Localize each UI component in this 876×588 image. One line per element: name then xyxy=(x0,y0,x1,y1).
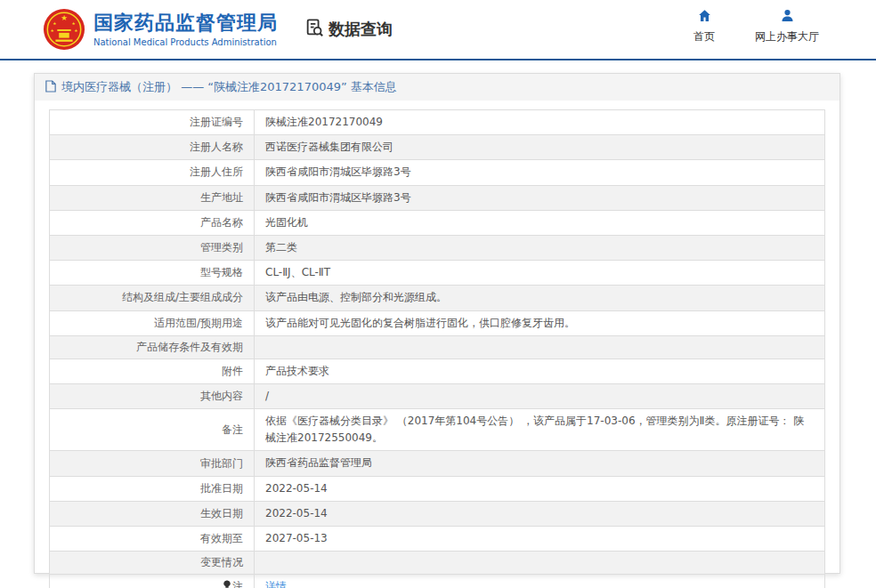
field-label: 适用范围/预期用途 xyxy=(50,310,255,335)
svg-text:★: ★ xyxy=(61,13,68,22)
table-row: 有效期至2027-05-13 xyxy=(50,527,825,552)
table-row: 生效日期2022-05-14 xyxy=(50,501,825,526)
table-row: 注册人名称西诺医疗器械集团有限公司 xyxy=(50,135,825,160)
field-label: 注 xyxy=(50,575,255,588)
field-label: 生产地址 xyxy=(50,185,255,210)
content-panel: 境内医疗器械（注册） —— “陕械注准20172170049” 基本信息 注册证… xyxy=(34,73,840,574)
field-label: 有效期至 xyxy=(50,527,255,552)
field-value: 第二类 xyxy=(255,235,825,260)
registration-info-table: 注册证编号陕械注准20172170049注册人名称西诺医疗器械集团有限公司注册人… xyxy=(49,109,825,588)
field-value: 陕械注准20172170049 xyxy=(255,110,825,135)
data-query-icon xyxy=(304,18,324,41)
field-value: 光固化机 xyxy=(255,210,825,235)
field-label: 产品名称 xyxy=(50,210,255,235)
field-label: 备注 xyxy=(50,409,255,451)
breadcrumb: 境内医疗器械（注册） —— “陕械注准20172170049” 基本信息 xyxy=(35,74,840,101)
home-icon xyxy=(697,8,712,26)
svg-text:★: ★ xyxy=(50,28,53,33)
top-nav: 首页 网上办事大厅 xyxy=(689,8,819,44)
table-row: 注册人住所陕西省咸阳市渭城区毕塬路3号 xyxy=(50,160,825,185)
table-row: 型号规格CL-ⅡJ、CL-ⅡT xyxy=(50,261,825,286)
svg-text:★: ★ xyxy=(74,28,77,33)
header-divider xyxy=(0,59,876,60)
field-label: 生效日期 xyxy=(50,501,255,526)
field-value: 该产品能对可见光固化的复合树脂进行固化，供口腔修复牙齿用。 xyxy=(255,310,825,335)
table-row: 生产地址陕西省咸阳市渭城区毕塬路3号 xyxy=(50,185,825,210)
data-query-nav[interactable]: 数据查询 xyxy=(304,18,393,41)
field-value: 陕西省咸阳市渭城区毕塬路3号 xyxy=(255,160,825,185)
site-subtitle: National Medical Products Administration xyxy=(93,37,278,47)
nav-service-hall-label: 网上办事大厅 xyxy=(755,29,819,44)
user-icon xyxy=(780,8,795,26)
field-value: 2022-05-14 xyxy=(255,476,825,501)
nav-home-label: 首页 xyxy=(694,29,715,44)
svg-text:★: ★ xyxy=(71,21,75,26)
table-row: 产品储存条件及有效期 xyxy=(50,335,825,358)
field-value: 依据《医疗器械分类目录》 （2017年第104号公告） ，该产品属于17-03-… xyxy=(255,409,825,451)
table-row: 附件产品技术要求 xyxy=(50,358,825,383)
field-value: CL-ⅡJ、CL-ⅡT xyxy=(255,261,825,286)
field-label: 注册人名称 xyxy=(50,135,255,160)
table-row: 管理类别第二类 xyxy=(50,235,825,260)
field-value: 详情 xyxy=(255,575,825,588)
field-value: 陕西省药品监督管理局 xyxy=(255,451,825,476)
field-value xyxy=(255,552,825,575)
brand-text: 国家药品监督管理局 National Medical Products Admi… xyxy=(93,12,278,46)
svg-text:★: ★ xyxy=(53,21,56,26)
detail-link[interactable]: 详情 xyxy=(265,580,287,588)
table-row: 变更情况 xyxy=(50,552,825,575)
table-row: 审批部门陕西省药品监督管理局 xyxy=(50,451,825,476)
field-label: 附件 xyxy=(50,358,255,383)
field-label: 审批部门 xyxy=(50,451,255,476)
field-label: 变更情况 xyxy=(50,552,255,575)
table-row: 其他内容/ xyxy=(50,383,825,408)
field-label: 型号规格 xyxy=(50,261,255,286)
field-value: 2027-05-13 xyxy=(255,527,825,552)
field-value: 产品技术要求 xyxy=(255,358,825,383)
field-value: 西诺医疗器械集团有限公司 xyxy=(255,135,825,160)
nmpa-logo-link[interactable]: ★ ★ ★ ★ ★ 国家药品监督管理局 National Medical Pro… xyxy=(43,8,278,51)
site-header: ★ ★ ★ ★ ★ 国家药品监督管理局 National Medical Pro… xyxy=(0,0,876,59)
data-query-label: 数据查询 xyxy=(328,19,393,40)
document-icon xyxy=(45,80,56,95)
field-label: 批准日期 xyxy=(50,476,255,501)
table-row: 注册证编号陕械注准20172170049 xyxy=(50,110,825,135)
nav-home[interactable]: 首页 xyxy=(689,8,719,44)
field-value: 该产品由电源、控制部分和光源组成。 xyxy=(255,286,825,310)
page-title: 境内医疗器械（注册） —— “陕械注准20172170049” 基本信息 xyxy=(61,79,397,95)
table-row: 适用范围/预期用途该产品能对可见光固化的复合树脂进行固化，供口腔修复牙齿用。 xyxy=(50,310,825,335)
field-label: 注册证编号 xyxy=(50,110,255,135)
field-value: / xyxy=(255,383,825,408)
field-label: 管理类别 xyxy=(50,235,255,260)
field-value: 2022-05-14 xyxy=(255,501,825,526)
field-label: 其他内容 xyxy=(50,383,255,408)
field-label: 产品储存条件及有效期 xyxy=(50,335,255,358)
table-row: 产品名称光固化机 xyxy=(50,210,825,235)
table-row: 备注依据《医疗器械分类目录》 （2017年第104号公告） ，该产品属于17-0… xyxy=(50,409,825,451)
table-row: 结构及组成/主要组成成分该产品由电源、控制部分和光源组成。 xyxy=(50,286,825,310)
field-value: 陕西省咸阳市渭城区毕塬路3号 xyxy=(255,185,825,210)
field-label: 注册人住所 xyxy=(50,160,255,185)
field-label: 结构及组成/主要组成成分 xyxy=(50,286,255,310)
field-value xyxy=(255,335,825,358)
site-title: 国家药品监督管理局 xyxy=(93,12,278,35)
nav-service-hall[interactable]: 网上办事大厅 xyxy=(755,8,819,44)
bulb-icon xyxy=(223,580,231,588)
info-table-body: 注册证编号陕械注准20172170049注册人名称西诺医疗器械集团有限公司注册人… xyxy=(50,110,825,588)
table-row: 批准日期2022-05-14 xyxy=(50,476,825,501)
table-row: 注详情 xyxy=(50,575,825,588)
registration-info-table-wrap: 注册证编号陕械注准20172170049注册人名称西诺医疗器械集团有限公司注册人… xyxy=(35,101,840,588)
national-emblem-icon: ★ ★ ★ ★ ★ xyxy=(43,8,85,51)
